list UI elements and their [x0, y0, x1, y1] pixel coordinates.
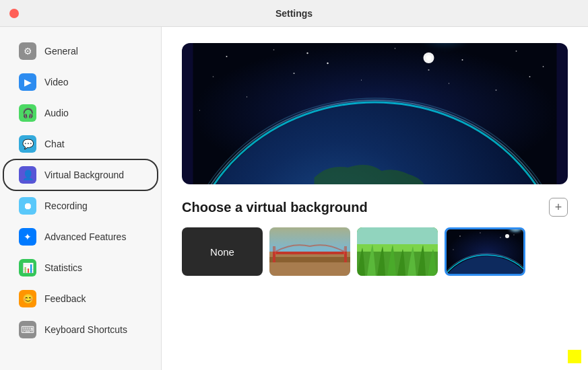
sidebar-item-recording[interactable]: ⏺Recording	[5, 191, 156, 221]
recording-icon: ⏺	[19, 197, 36, 215]
sidebar-item-recording-label: Recording	[44, 200, 88, 211]
section-header: Choose a virtual background +	[182, 198, 568, 217]
general-icon: ⚙	[19, 42, 36, 60]
svg-point-56	[453, 249, 453, 250]
sidebar-item-chat[interactable]: 💬Chat	[5, 129, 156, 159]
svg-rect-50	[357, 227, 438, 244]
sidebar-item-keyboard-shortcuts[interactable]: ⌨Keyboard Shortcuts	[5, 315, 156, 344]
svg-point-6	[516, 50, 517, 52]
background-thumbnails: None	[182, 227, 568, 276]
chat-icon: 💬	[19, 135, 36, 153]
virtual-background-icon: 👤	[19, 166, 36, 184]
svg-point-11	[529, 76, 531, 77]
sidebar-item-feedback[interactable]: 😊Feedback	[5, 284, 156, 313]
svg-point-38	[426, 55, 432, 61]
statistics-icon: 📊	[19, 259, 36, 276]
svg-point-1	[226, 56, 228, 57]
svg-point-15	[199, 110, 200, 110]
titlebar: Settings	[0, 0, 588, 27]
window-title: Settings	[275, 8, 313, 19]
virtual-background-preview	[182, 43, 568, 184]
add-background-button[interactable]: +	[549, 198, 568, 217]
svg-rect-47	[269, 227, 350, 252]
svg-point-64	[505, 234, 509, 238]
sidebar-item-statistics[interactable]: 📊Statistics	[5, 253, 156, 283]
content-area: Choose a virtual background + None	[162, 27, 588, 370]
svg-point-16	[306, 52, 308, 54]
svg-point-8	[294, 73, 295, 74]
keyboard-shortcuts-icon: ⌨	[19, 321, 36, 338]
svg-point-7	[213, 76, 214, 77]
audio-icon: 🎧	[19, 104, 36, 122]
sidebar-item-general[interactable]: ⚙General	[5, 36, 156, 66]
section-title: Choose a virtual background	[182, 200, 368, 215]
sidebar-item-statistics-label: Statistics	[44, 262, 82, 273]
svg-point-2	[273, 49, 275, 50]
sidebar-item-virtual-background-label: Virtual Background	[44, 170, 124, 180]
thumbnail-space[interactable]	[445, 227, 525, 276]
svg-point-3	[327, 63, 328, 64]
svg-point-12	[247, 96, 247, 97]
thumbnail-none[interactable]: None	[182, 227, 263, 276]
svg-rect-41	[269, 257, 350, 262]
close-button[interactable]	[9, 9, 19, 18]
sidebar-item-keyboard-shortcuts-label: Keyboard Shortcuts	[44, 324, 127, 335]
sidebar-item-virtual-background[interactable]: 👤Virtual Background	[5, 160, 156, 190]
video-icon: ▶	[19, 73, 36, 91]
svg-point-13	[496, 89, 497, 91]
sidebar-item-advanced-features-label: Advanced Features	[44, 231, 126, 242]
yellow-indicator	[568, 350, 581, 363]
svg-point-9	[361, 79, 362, 80]
feedback-icon: 😊	[19, 290, 36, 307]
sidebar-item-feedback-label: Feedback	[44, 293, 86, 304]
svg-point-14	[543, 66, 544, 67]
none-label: None	[210, 246, 234, 258]
sidebar-item-video[interactable]: ▶Video	[5, 67, 156, 97]
advanced-features-icon: ✦	[19, 228, 36, 246]
thumbnail-golden-gate[interactable]	[269, 227, 350, 276]
svg-point-52	[459, 235, 461, 237]
sidebar-item-audio[interactable]: 🎧Audio	[5, 98, 156, 128]
sidebar-item-chat-label: Chat	[44, 139, 65, 149]
sidebar-item-audio-label: Audio	[44, 108, 69, 118]
main-layout: ⚙General▶Video🎧Audio💬Chat👤Virtual Backgr…	[0, 27, 588, 370]
svg-rect-40	[269, 252, 350, 276]
sidebar-item-video-label: Video	[44, 77, 69, 87]
svg-point-53	[480, 232, 480, 233]
sidebar-item-general-label: General	[44, 46, 78, 57]
thumbnail-grass[interactable]	[357, 227, 438, 276]
sidebar-item-advanced-features[interactable]: ✦Advanced Features	[5, 222, 156, 252]
sidebar: ⚙General▶Video🎧Audio💬Chat👤Virtual Backgr…	[0, 27, 162, 370]
